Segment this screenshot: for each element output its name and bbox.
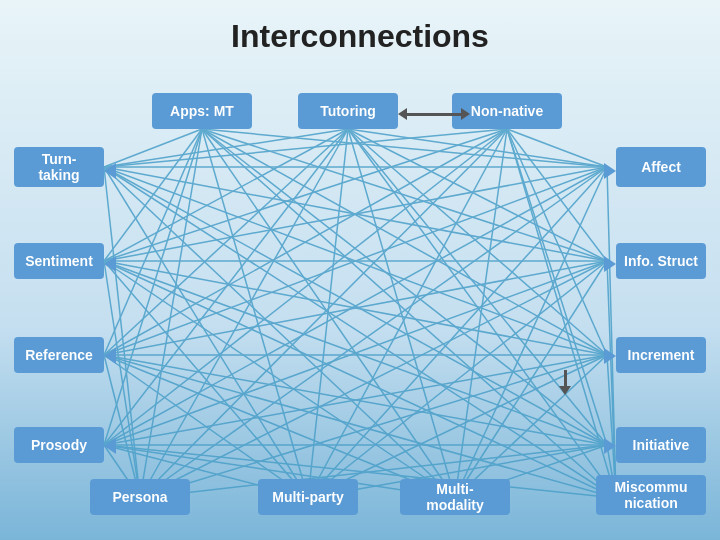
arrow-line bbox=[407, 113, 461, 116]
node-multi-party: Multi-party bbox=[258, 479, 358, 515]
node-tutoring: Tutoring bbox=[298, 93, 398, 129]
tutoring-nonnative-arrow bbox=[398, 108, 470, 120]
down-arrow-head bbox=[559, 386, 571, 395]
page-title: Interconnections bbox=[0, 0, 720, 65]
node-persona: Persona bbox=[90, 479, 190, 515]
svg-line-42 bbox=[104, 129, 348, 445]
node-multimodality: Multi-modality bbox=[400, 479, 510, 515]
diagram: Apps: MT Tutoring Non-native Turn-taking… bbox=[0, 65, 720, 525]
arrow-head-right bbox=[461, 108, 470, 120]
node-affect: Affect bbox=[616, 147, 706, 187]
node-miscommu: Miscommunication bbox=[596, 475, 706, 515]
node-sentiment: Sentiment bbox=[14, 243, 104, 279]
node-turntaking: Turn-taking bbox=[14, 147, 104, 187]
svg-line-10 bbox=[104, 129, 507, 167]
down-arrow-line bbox=[564, 370, 567, 386]
node-reference: Reference bbox=[14, 337, 104, 373]
turntaking-arrow bbox=[104, 163, 116, 179]
svg-line-44 bbox=[202, 129, 607, 167]
node-prosody: Prosody bbox=[14, 427, 104, 463]
node-apps-mt: Apps: MT bbox=[152, 93, 252, 129]
svg-line-74 bbox=[455, 261, 607, 498]
arrow-head-left bbox=[398, 108, 407, 120]
affect-arrow bbox=[604, 163, 616, 179]
sentiment-arrow bbox=[104, 256, 116, 272]
increment-down-arrow bbox=[559, 370, 571, 395]
info-struct-arrow bbox=[604, 256, 616, 272]
initiative-arrow bbox=[604, 438, 616, 454]
svg-line-69 bbox=[308, 167, 607, 498]
node-increment: Increment bbox=[616, 337, 706, 373]
reference-arrow bbox=[104, 348, 116, 364]
prosody-arrow bbox=[104, 438, 116, 454]
node-initiative: Initiative bbox=[616, 427, 706, 463]
interconnection-lines bbox=[0, 65, 720, 525]
node-info-struct: Info. Struct bbox=[616, 243, 706, 279]
svg-line-47 bbox=[202, 129, 607, 445]
increment-arrow bbox=[604, 348, 616, 364]
